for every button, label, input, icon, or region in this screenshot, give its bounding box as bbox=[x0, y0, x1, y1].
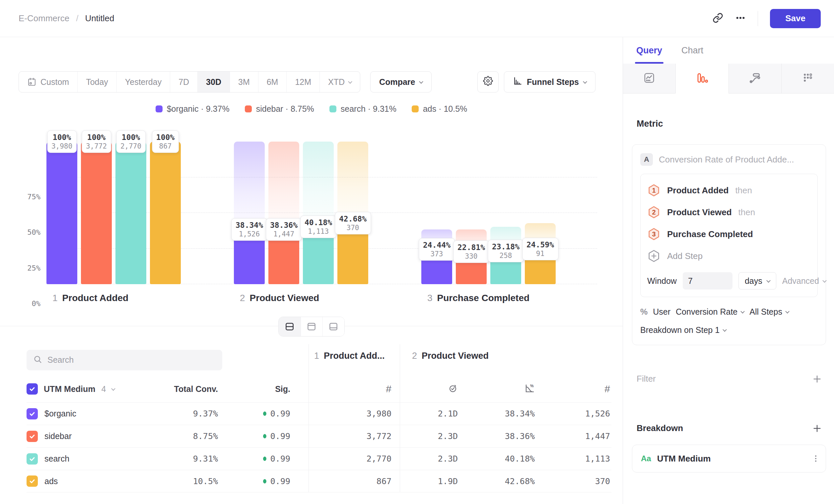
table-row[interactable]: ads 10.5% 0.99 867 1.9D 42.68% 370 bbox=[26, 470, 611, 492]
chart-settings-button[interactable] bbox=[477, 71, 499, 92]
count-metric-icon[interactable]: # bbox=[386, 383, 392, 395]
date-range-6m[interactable]: 6M bbox=[258, 72, 287, 92]
view-split-button[interactable] bbox=[279, 317, 301, 336]
save-button[interactable]: Save bbox=[770, 9, 821, 28]
conv-rate-value: 38.34% bbox=[505, 409, 535, 418]
chart-type-selector[interactable]: Funnel Steps bbox=[504, 71, 595, 92]
bar-search-step2[interactable]: 40.18%1,113 bbox=[303, 142, 334, 284]
measure-metric-selector[interactable]: Conversion Rate bbox=[676, 307, 744, 317]
tab-retention[interactable] bbox=[781, 64, 834, 93]
step2-count: 370 bbox=[595, 477, 610, 486]
filter-section: Filter bbox=[632, 374, 826, 384]
bar-$organic-step2[interactable]: 38.34%1,526 bbox=[234, 142, 265, 284]
window-unit-selector[interactable]: days bbox=[739, 272, 776, 290]
bar-ads-step3[interactable]: 24.59%91 bbox=[525, 142, 556, 284]
date-range-7d[interactable]: 7D bbox=[170, 72, 197, 92]
gear-icon bbox=[483, 76, 493, 88]
tab-insights[interactable] bbox=[623, 64, 676, 93]
chevron-down-icon bbox=[766, 278, 771, 282]
step-event-name: Product Viewed bbox=[667, 207, 732, 217]
breakdown-item[interactable]: Aa UTM Medium bbox=[632, 445, 826, 473]
tab-query[interactable]: Query bbox=[636, 37, 662, 64]
avg-time-metric-icon[interactable] bbox=[448, 383, 458, 395]
row-checkbox[interactable] bbox=[26, 453, 38, 464]
select-all-checkbox[interactable] bbox=[26, 383, 38, 395]
query-step-row[interactable]: 2 Product Viewed then bbox=[647, 201, 811, 223]
step-event-name: Product Added bbox=[667, 185, 728, 196]
bar-ads-step1[interactable]: 100%867 bbox=[150, 142, 181, 284]
date-range-3m[interactable]: 3M bbox=[229, 72, 258, 92]
conv-rate-metric-icon[interactable]: % bbox=[524, 383, 535, 395]
compare-button[interactable]: Compare bbox=[370, 71, 432, 92]
bar-search-step1[interactable]: 100%2,770 bbox=[115, 142, 146, 284]
table-row[interactable]: search 9.31% 0.99 2,770 2.3D 40.18% 1,11… bbox=[26, 447, 611, 470]
breakdown-column-header[interactable]: UTM Medium bbox=[44, 384, 95, 394]
bar-$organic-step3[interactable]: 24.44%373 bbox=[421, 142, 452, 284]
query-panel: Query Chart Metric A Conversion Rate of … bbox=[623, 37, 834, 504]
row-checkbox[interactable] bbox=[26, 476, 38, 487]
tab-chart[interactable]: Chart bbox=[681, 37, 703, 64]
date-range-12m[interactable]: 12M bbox=[286, 72, 320, 92]
chevron-down-icon bbox=[583, 79, 587, 84]
bar-value-label: 40.18%1,113 bbox=[300, 215, 336, 238]
more-menu-button[interactable] bbox=[735, 13, 746, 24]
row-checkbox[interactable] bbox=[26, 408, 38, 419]
step2-count: 1,447 bbox=[585, 431, 610, 441]
page-title[interactable]: Untitled bbox=[85, 13, 114, 24]
insights-icon bbox=[643, 72, 655, 85]
bar-$organic-step1[interactable]: 100%3,980 bbox=[46, 142, 77, 284]
view-table-only-button[interactable] bbox=[323, 317, 344, 336]
bar-value-label: 100%2,770 bbox=[116, 130, 146, 153]
add-filter-button[interactable] bbox=[812, 374, 822, 384]
breadcrumb[interactable]: E-Commerce bbox=[19, 13, 69, 24]
legend-item[interactable]: $organic · 9.37% bbox=[156, 104, 229, 114]
breakdown-on-selector[interactable]: Breakdown on Step 1 bbox=[640, 325, 818, 335]
add-breakdown-button[interactable] bbox=[812, 423, 822, 433]
tab-funnels[interactable] bbox=[676, 64, 728, 93]
bar-ads-step2[interactable]: 42.68%370 bbox=[337, 142, 368, 284]
date-range-xtd[interactable]: XTD bbox=[320, 72, 360, 92]
metric-label: Conversion Rate of Product Adde... bbox=[659, 155, 794, 165]
table-row[interactable]: $organic 9.37% 0.99 3,980 2.1D 38.34% 1,… bbox=[26, 402, 611, 425]
sig-header[interactable]: Sig. bbox=[275, 384, 290, 394]
legend-item[interactable]: search · 9.31% bbox=[329, 104, 396, 114]
total-conv-value: 9.31% bbox=[193, 454, 218, 463]
legend-item[interactable]: sidebar · 8.75% bbox=[245, 104, 314, 114]
bar-search-step3[interactable]: 23.18%258 bbox=[490, 142, 521, 284]
bar-sidebar-step3[interactable]: 22.81%330 bbox=[456, 142, 487, 284]
legend-swatch bbox=[156, 106, 162, 112]
row-name: $organic bbox=[44, 409, 76, 418]
bar-sidebar-step2[interactable]: 38.36%1,447 bbox=[268, 142, 299, 284]
avg-time-value: 2.3D bbox=[438, 431, 458, 441]
breakdown-item-menu[interactable] bbox=[811, 454, 820, 463]
query-step-row[interactable]: 3 Purchase Completed bbox=[647, 223, 811, 245]
copy-link-button[interactable] bbox=[712, 13, 723, 24]
chevron-down-icon[interactable] bbox=[111, 386, 116, 391]
view-chart-only-button[interactable] bbox=[301, 317, 323, 336]
measure-entity[interactable]: User bbox=[653, 307, 671, 317]
tab-flows[interactable] bbox=[728, 64, 781, 93]
row-checkbox[interactable] bbox=[26, 431, 38, 442]
search-input[interactable] bbox=[47, 355, 216, 365]
bar-value-label: 22.81%330 bbox=[453, 240, 489, 263]
window-value-input[interactable] bbox=[683, 272, 732, 290]
measure-scope-selector[interactable]: All Steps bbox=[749, 307, 789, 317]
row-name: ads bbox=[44, 477, 58, 486]
advanced-toggle[interactable]: Advanced bbox=[782, 276, 826, 286]
query-step-row[interactable]: 1 Product Added then bbox=[647, 179, 811, 201]
bar-value-label: 24.44%373 bbox=[419, 238, 455, 260]
date-range-yesterday[interactable]: Yesterday bbox=[116, 72, 170, 92]
metric-summary[interactable]: A Conversion Rate of Product Adde... bbox=[640, 153, 818, 166]
date-range-today[interactable]: Today bbox=[77, 72, 116, 92]
total-conv-header[interactable]: Total Conv. bbox=[174, 384, 218, 394]
bar-sidebar-step1[interactable]: 100%3,772 bbox=[81, 142, 112, 284]
ellipsis-icon bbox=[735, 13, 746, 24]
row-name: sidebar bbox=[44, 431, 72, 441]
date-range-30d[interactable]: 30D bbox=[197, 72, 229, 92]
date-range-custom[interactable]: Custom bbox=[19, 72, 77, 92]
add-step-button[interactable]: Add Step bbox=[647, 245, 811, 267]
step-axis-label: 3Purchase Completed bbox=[421, 293, 556, 303]
count-metric-icon[interactable]: # bbox=[605, 383, 610, 395]
table-row[interactable]: sidebar 8.75% 0.99 3,772 2.3D 38.36% 1,4… bbox=[26, 425, 611, 447]
legend-item[interactable]: ads · 10.5% bbox=[412, 104, 467, 114]
